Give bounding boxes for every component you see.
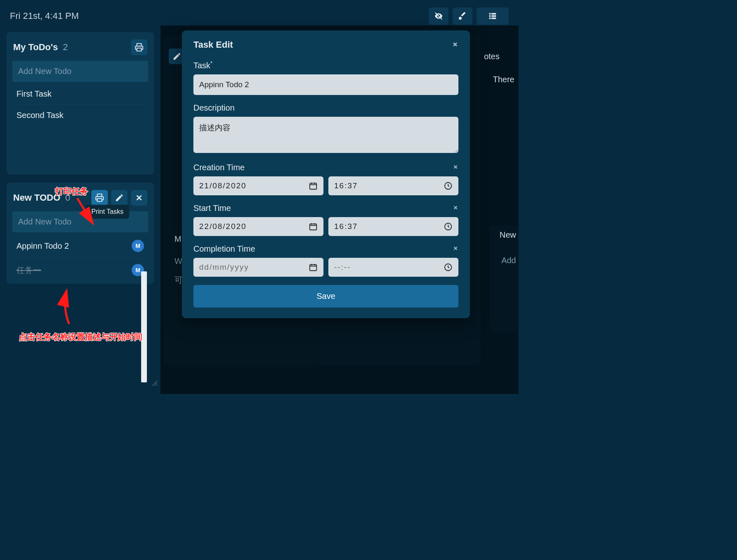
clock-icon <box>444 263 453 272</box>
clock-icon <box>444 222 453 231</box>
task-item[interactable]: Second Task <box>12 104 148 126</box>
bg-new-label: New <box>500 230 516 240</box>
todo-panel-new-todo: New TODO 0 Print Tasks Add New Todo <box>7 183 154 284</box>
brush-icon <box>458 12 467 21</box>
svg-rect-7 <box>310 183 317 189</box>
print-tooltip: Print Tasks <box>86 205 129 219</box>
calendar-icon <box>309 263 318 272</box>
delete-button[interactable] <box>131 190 147 206</box>
pencil-icon <box>115 193 124 202</box>
task-label: Second Task <box>16 111 63 120</box>
task-item[interactable]: First Task <box>12 83 148 104</box>
clock-icon <box>444 181 453 190</box>
panel-count: 0 <box>65 192 70 203</box>
task-edit-modal: Task Edit Task Description Creation Time… <box>182 30 470 318</box>
top-actions <box>429 7 509 25</box>
priority-badge[interactable]: M <box>132 240 144 252</box>
edit-button[interactable] <box>111 190 128 206</box>
completion-date-input[interactable]: dd/mm/yyyy <box>193 258 323 277</box>
creation-date-input[interactable]: 21/08/2020 <box>193 176 323 195</box>
task-label: 任务一 <box>16 265 41 276</box>
close-icon <box>135 193 144 202</box>
bg-w-initial: W <box>174 257 182 266</box>
add-todo-input[interactable]: Add New Todo <box>12 61 148 82</box>
bg-there-text: There <box>493 75 514 84</box>
svg-rect-5 <box>489 18 491 19</box>
time-value: 16:37 <box>334 222 358 231</box>
completion-time-input[interactable]: --:-- <box>328 258 458 277</box>
visibility-toggle-button[interactable] <box>429 7 449 25</box>
svg-rect-1 <box>489 13 491 15</box>
task-field-label: Task <box>193 60 212 70</box>
date-value: 22/08/2020 <box>199 222 246 231</box>
annotation-arrow <box>54 288 83 329</box>
modal-title: Task Edit <box>193 39 233 50</box>
eye-slash-icon <box>434 12 443 21</box>
task-item[interactable]: 任务一 M <box>12 258 148 282</box>
calendar-icon <box>309 181 318 190</box>
datetime-display: Fri 21st, 4:41 PM <box>10 11 79 21</box>
theme-button[interactable] <box>453 7 472 25</box>
time-value: 16:37 <box>334 181 358 190</box>
panel-title: My ToDo's <box>13 42 58 53</box>
print-icon <box>95 193 104 202</box>
panel-count: 2 <box>63 42 68 53</box>
task-name-input[interactable] <box>193 74 458 95</box>
close-icon <box>453 245 458 251</box>
print-icon <box>135 43 144 52</box>
task-label: Appinn Todo 2 <box>16 241 69 251</box>
pencil-icon <box>172 52 181 61</box>
save-button[interactable]: Save <box>193 285 458 308</box>
close-icon <box>453 164 458 170</box>
bg-add-label: Add <box>501 256 516 265</box>
resize-handle[interactable] <box>152 381 157 386</box>
panel-scrollbar[interactable] <box>141 271 147 382</box>
task-item[interactable]: Appinn Todo 2 M <box>12 234 148 258</box>
bg-notes-label: otes <box>484 52 500 61</box>
start-time-label: Start Time <box>193 204 231 213</box>
svg-rect-6 <box>491 18 496 19</box>
svg-rect-12 <box>310 224 317 230</box>
annotation-task-click: 点击任务名称设置描述与开始时间 <box>19 331 142 342</box>
clear-completion-button[interactable] <box>453 245 458 253</box>
todo-panel-my-todos: My ToDo's 2 Add New Todo First Task Seco… <box>7 32 154 174</box>
start-date-input[interactable]: 22/08/2020 <box>193 217 323 236</box>
completion-time-label: Completion Time <box>193 244 255 254</box>
close-icon <box>453 205 458 211</box>
list-icon <box>488 12 497 21</box>
panel-title: New TODO <box>13 192 60 203</box>
time-placeholder: --:-- <box>334 263 351 272</box>
view-list-button[interactable] <box>477 7 509 25</box>
start-time-input[interactable]: 16:37 <box>328 217 458 236</box>
task-label: First Task <box>16 89 51 99</box>
print-button[interactable] <box>91 190 108 206</box>
svg-rect-17 <box>310 264 317 271</box>
date-placeholder: dd/mm/yyyy <box>199 263 249 272</box>
close-icon <box>452 41 458 48</box>
svg-rect-4 <box>491 15 496 17</box>
bg-cjk: 可 <box>174 275 183 286</box>
date-value: 21/08/2020 <box>199 181 246 190</box>
calendar-icon <box>309 222 318 231</box>
clear-creation-button[interactable] <box>453 163 458 172</box>
bg-m-initial: M <box>174 234 181 244</box>
description-field-label: Description <box>193 103 235 113</box>
description-input[interactable] <box>193 117 458 153</box>
clear-start-button[interactable] <box>453 204 458 213</box>
creation-time-label: Creation Time <box>193 163 245 172</box>
modal-close-button[interactable] <box>452 40 458 50</box>
creation-time-input[interactable]: 16:37 <box>328 176 458 195</box>
print-button[interactable] <box>131 39 147 55</box>
svg-rect-2 <box>491 13 496 15</box>
svg-rect-3 <box>489 15 491 17</box>
